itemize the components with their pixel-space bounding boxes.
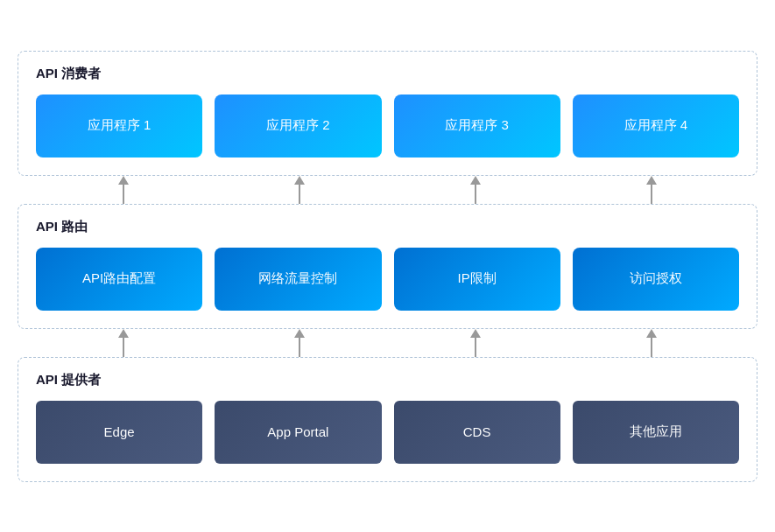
router-card-4: 访问授权 [573,248,739,311]
arrow-col-1 [35,176,211,204]
arrow-up-8 [646,329,657,357]
consumer-cards-row: 应用程序 1 应用程序 2 应用程序 3 应用程序 4 [36,94,739,158]
arrowline-8 [651,338,652,357]
arrow-up-7 [470,329,481,357]
provider-card-2: App Portal [215,401,381,464]
consumer-section: API 消费者 应用程序 1 应用程序 2 应用程序 3 应用程序 4 [18,51,757,176]
router-card-2: 网络流量控制 [215,248,381,311]
provider-card-3: CDS [394,401,560,464]
arrowhead-6 [294,329,305,338]
arrow-col-4 [564,176,740,204]
router-section: API 路由 API路由配置 网络流量控制 IP限制 访问授权 [18,204,757,329]
arrows-router-provider [18,329,757,357]
arrowline-1 [123,185,124,204]
arrowline-4 [651,185,652,204]
consumer-card-3: 应用程序 3 [394,94,560,158]
provider-card-1: Edge [36,401,202,464]
router-card-1: API路由配置 [36,248,202,311]
arrow-up-2 [294,176,305,204]
arrow-col-3 [388,176,564,204]
arrow-col-5 [35,329,211,357]
router-title: API 路由 [36,219,739,235]
arrowhead-7 [470,329,481,338]
architecture-diagram: API 消费者 应用程序 1 应用程序 2 应用程序 3 应用程序 4 [18,51,757,482]
arrowhead-8 [646,329,657,338]
arrow-up-3 [470,176,481,204]
consumer-card-2: 应用程序 2 [215,94,381,158]
arrow-up-5 [118,329,129,357]
provider-cards-row: Edge App Portal CDS 其他应用 [36,401,739,464]
arrows-consumer-router [18,176,757,204]
arrow-up-6 [294,329,305,357]
consumer-title: API 消费者 [36,66,739,82]
provider-card-4: 其他应用 [573,401,739,464]
arrowhead-3 [470,176,481,185]
arrowline-5 [123,338,124,357]
arrowline-7 [475,338,476,357]
arrow-up-1 [118,176,129,204]
arrow-col-8 [564,329,740,357]
arrow-col-2 [211,176,387,204]
arrow-col-7 [388,329,564,357]
arrowhead-1 [118,176,129,185]
arrowhead-2 [294,176,305,185]
arrowhead-4 [646,176,657,185]
router-card-3: IP限制 [394,248,560,311]
router-cards-row: API路由配置 网络流量控制 IP限制 访问授权 [36,248,739,311]
arrowline-3 [475,185,476,204]
provider-title: API 提供者 [36,372,739,388]
arrow-up-4 [646,176,657,204]
arrowline-6 [299,338,300,357]
provider-section: API 提供者 Edge App Portal CDS 其他应用 [18,357,757,482]
arrowline-2 [299,185,300,204]
arrow-col-6 [211,329,387,357]
consumer-card-1: 应用程序 1 [36,94,202,158]
consumer-card-4: 应用程序 4 [573,94,739,158]
arrowhead-5 [118,329,129,338]
